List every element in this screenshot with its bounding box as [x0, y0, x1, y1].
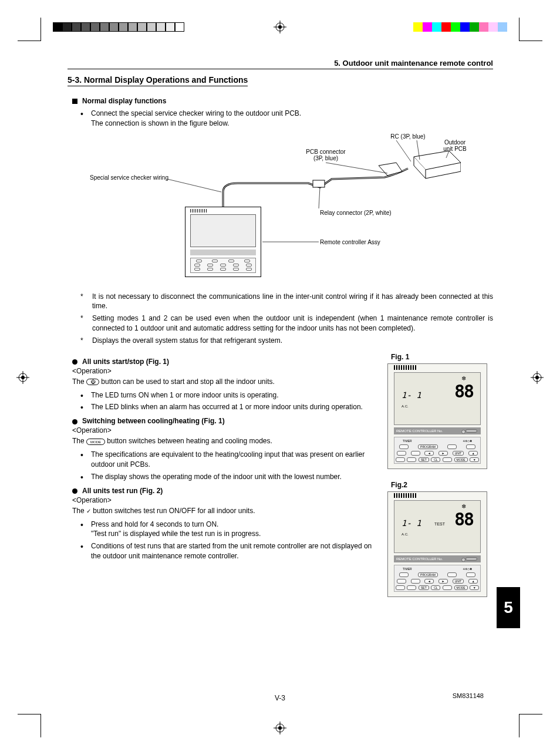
subheading-normal-display: Normal display functions [72, 97, 493, 105]
btn: CL [431, 585, 440, 590]
registration-mark-icon [16, 371, 29, 384]
btn: CL [431, 457, 440, 462]
crop-mark [519, 18, 542, 41]
list-item: Connect the special service checker wiri… [80, 109, 493, 129]
btn: ► [438, 451, 448, 456]
wiring-svg [120, 133, 461, 286]
crop-mark [18, 714, 41, 737]
power-button-icon: ⏻ [86, 379, 99, 385]
btn: UNIT [453, 451, 464, 456]
btn: PROGRAM [418, 572, 438, 577]
chapter-header: 5. Outdoor unit maintenance remote contr… [68, 59, 493, 69]
square-bullet-icon [72, 99, 77, 104]
btn [466, 572, 475, 577]
wiring-diagram: Special service checker wiring PCB conne… [120, 133, 461, 286]
segment-big: 88 [454, 381, 473, 402]
subheading-start-stop: All units start/stop (Fig. 1) [72, 358, 376, 366]
ac-label: A.C. [402, 532, 409, 536]
note-item: Setting modes 1 and 2 can be used even w… [80, 314, 493, 333]
list-item: The display shows the operating mode of … [80, 472, 376, 482]
svg-point-7 [278, 726, 282, 730]
start-stop-bullets: The LED turns ON when 1 or more indoor u… [80, 390, 376, 413]
svg-point-15 [535, 376, 539, 379]
btn [407, 457, 416, 462]
btn: ▼ [470, 457, 479, 462]
rc-bar: REMOTE CONTROLLER No. [394, 555, 481, 562]
list-item: The specifications are equivalent to the… [80, 450, 376, 470]
btn: ▼ [470, 585, 479, 590]
subheading-test-run: All units test run (Fig. 2) [72, 487, 376, 495]
rc-bar: REMOTE CONTROLLER No. [394, 427, 481, 434]
section-title: 5-3. Normal Display Operations and Funct… [68, 75, 248, 86]
btn: ▲ [468, 579, 478, 584]
btn [396, 585, 405, 590]
figure-2-remote: ❄ 1- 1 A.C. TEST 88 REMOTE CONTROLLER No… [387, 491, 487, 597]
btn [396, 457, 405, 462]
ac-label: A.C. [402, 405, 409, 408]
btn: PROGRAM [418, 444, 438, 449]
remote-controller-drawing [185, 207, 261, 277]
star-note-list: It is not necessary to disconnect the co… [80, 292, 493, 346]
btn [407, 585, 416, 590]
btn [447, 572, 457, 577]
segment-small: 1- 1 [402, 390, 421, 400]
led-icon [465, 429, 477, 433]
fig1-label: Fig. 1 [391, 353, 493, 361]
list-item: The LED turns ON when 1 or more indoor u… [80, 390, 376, 400]
list-item: The LED blinks when an alarm has occurre… [80, 402, 376, 412]
note-item: Displays the overall system status for t… [80, 336, 493, 346]
fig2-label: Fig.2 [391, 481, 493, 489]
btn [447, 444, 457, 449]
list-item: Conditions of test runs that are started… [80, 541, 376, 561]
color-bar-cmyk [413, 22, 507, 32]
btn: MODE [454, 585, 468, 590]
btn: ◄ [424, 579, 434, 584]
list-item: Press and hold for 4 seconds to turn ON.… [80, 520, 376, 540]
svg-point-3 [278, 25, 282, 29]
btn: ▲ [468, 451, 478, 456]
svg-line-17 [167, 179, 221, 192]
page-number: V-3 [275, 694, 285, 702]
intro-bullet-list: Connect the special service checker wiri… [80, 109, 493, 129]
chapter-tab: 5 [497, 587, 520, 628]
document-code: SM831148 [453, 692, 484, 699]
button-panel: TIMER ☀❄◇✱ PROGRAM ◄ ► [394, 437, 481, 464]
btn: SET [419, 457, 429, 462]
figure-1-remote: ❄ 1- 1 A.C. 88 REMOTE CONTROLLER No. TIM… [387, 363, 487, 469]
color-bar-gray [53, 22, 184, 32]
btn [397, 451, 406, 456]
button-panel: TIMER ☀❄◇✱ PROGRAM ◄ ► [394, 565, 481, 592]
segment-small: 1- 1 [402, 518, 421, 528]
btn [466, 444, 475, 449]
test-run-bullets: Press and hold for 4 seconds to turn ON.… [80, 520, 376, 561]
operation-text: The MODE button switches between heating… [72, 436, 376, 446]
operation-label: <Operation> [72, 496, 376, 504]
note-item: It is not necessary to disconnect the co… [80, 292, 493, 312]
operation-label: <Operation> [72, 426, 376, 434]
crop-mark [18, 18, 41, 41]
svg-point-11 [21, 376, 25, 379]
crop-mark [519, 714, 542, 737]
operation-label: <Operation> [72, 367, 376, 375]
registration-mark-icon [274, 21, 286, 33]
btn: SET [419, 585, 429, 590]
btn [443, 457, 452, 462]
btn [411, 451, 420, 456]
mode-button-icon: MODE [86, 439, 105, 445]
led-icon [465, 557, 477, 561]
dot-bullet-icon [72, 419, 77, 424]
dot-bullet-icon [72, 359, 77, 365]
dot-bullet-icon [72, 488, 77, 494]
btn [397, 579, 406, 584]
btn [399, 572, 409, 577]
btn [443, 585, 452, 590]
btn [399, 444, 409, 449]
svg-line-18 [326, 163, 387, 173]
svg-line-22 [319, 187, 320, 208]
registration-mark-icon [274, 722, 286, 734]
operation-text: The ⏻ button can be used to start and st… [72, 376, 376, 387]
test-label: TEST [434, 522, 445, 526]
btn [411, 579, 420, 584]
cool-heat-bullets: The specifications are equivalent to the… [80, 450, 376, 481]
btn: UNIT [453, 579, 464, 584]
